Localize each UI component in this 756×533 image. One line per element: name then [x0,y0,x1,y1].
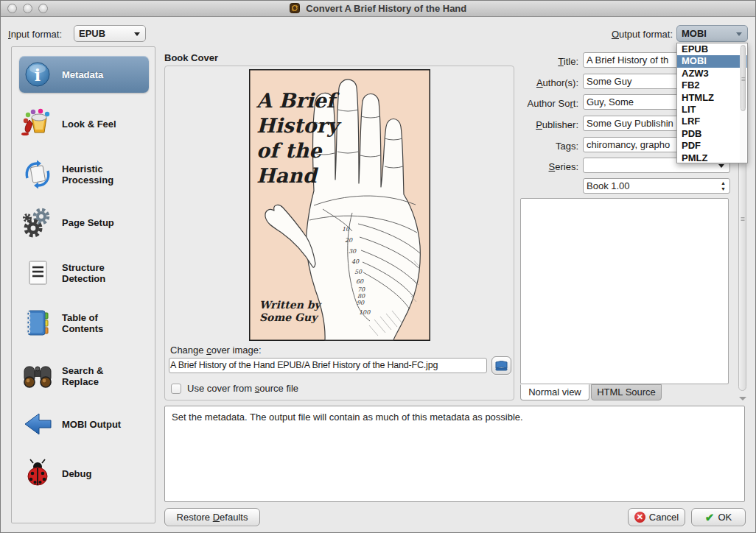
ladybug-icon [19,455,56,492]
cancel-button[interactable]: ✕ Cancel [628,508,685,526]
svg-text:50: 50 [354,269,363,275]
dropdown-option-htmlz[interactable]: HTMLZ [677,92,747,104]
browse-book-icon [495,360,508,371]
sidebar-item-page-setup[interactable]: Page Setup [19,203,149,241]
author-sort-label: Author Sort: [481,98,578,109]
output-format-dropdown: EPUB MOBI AZW3 FB2 HTMLZ LIT LRF PDB PDF… [676,43,748,163]
sidebar-item-label: MOBI Output [62,419,139,430]
window-title: Convert A Brief History of the Hand [1,3,755,15]
sidebar-item-debug[interactable]: Debug [19,453,149,493]
sidebar-item-search-replace[interactable]: Search & Replace [19,353,149,399]
sidebar-item-heuristic-processing[interactable]: Heuristic Processing [19,155,149,194]
output-format-value: MOBI [682,28,707,39]
publisher-label: Publisher: [481,119,578,130]
svg-text:i: i [35,66,41,85]
tab-normal-view[interactable]: Normal view [520,384,589,400]
convert-app-icon [290,3,300,15]
use-cover-label[interactable]: Use cover from source file [187,383,298,394]
ok-check-icon: ✔ [705,511,715,524]
gears-icon [19,204,56,241]
authors-label: Author(s): [481,77,578,88]
cover-title-line: A Brief [256,89,340,112]
svg-text:30: 30 [349,248,357,255]
spinner-arrows-icon[interactable]: ▲▼ [721,180,726,192]
chevron-down-icon [736,32,742,36]
info-icon: i [19,56,56,93]
description-box: Set the metadata. The output file will c… [164,406,745,502]
sidebar-item-label: Page Setup [62,217,139,228]
cover-path-input[interactable]: A Brief History of the Hand EPUB/A Brief… [169,358,487,373]
sidebar-item-label: Metadata [62,69,139,80]
sidebar-item-mobi-output[interactable]: MOBI Output [19,405,149,443]
dropdown-option-lit[interactable]: LIT [677,104,747,116]
book-cover-image: 10 20 30 40 50 60 70 80 90 100 A Brief H… [249,69,430,341]
chevron-down-icon [718,164,724,168]
cancel-x-icon: ✕ [634,512,645,523]
sidebar-item-metadata[interactable]: i Metadata [19,56,149,93]
input-format-label: Input format: [8,29,62,40]
rotate-page-icon [19,156,56,193]
sidebar-item-label: Structure Detection [62,262,139,284]
change-cover-label: Change cover image: [170,345,262,356]
comments-area[interactable] [520,198,729,384]
title-label: Title: [481,56,578,67]
dropdown-option-pdb[interactable]: PDB [677,128,747,140]
sidebar-item-label: Search & Replace [62,365,105,387]
ok-button[interactable]: ✔ OK [691,508,746,526]
dropdown-option-fb2[interactable]: FB2 [677,80,747,91]
title-bar[interactable]: Convert A Brief History of the Hand [1,1,755,17]
svg-text:40: 40 [351,258,360,265]
window-title-text: Convert A Brief History of the Hand [306,3,466,14]
use-cover-checkbox[interactable] [171,384,181,394]
notebook-icon [19,305,56,342]
scroll-down-arrow-icon[interactable] [739,397,746,400]
conversion-sections-sidebar: i Metadata Look & F [11,46,155,523]
svg-text:20: 20 [345,237,353,244]
browse-cover-button[interactable] [491,356,511,375]
dropdown-option-pdf[interactable]: PDF [677,140,747,152]
binoculars-icon [19,358,56,395]
dropdown-option-mobi[interactable]: MOBI [677,55,747,67]
dropdown-option-azw3[interactable]: AZW3 [677,68,747,80]
convert-dialog: Convert A Brief History of the Hand Inpu… [0,0,756,533]
paint-bucket-icon [19,105,56,142]
sidebar-item-look-and-feel[interactable]: Look & Feel [19,105,149,143]
svg-text:90: 90 [357,300,365,306]
output-format-label: Output format: [603,29,673,40]
dropdown-scrollbar-thumb[interactable] [741,45,746,111]
document-lines-icon [19,255,56,292]
input-format-select[interactable]: EPUB [74,25,146,42]
sidebar-item-label: Debug [62,468,139,479]
svg-text:70: 70 [357,286,365,293]
series-index-spinner[interactable]: Book 1.00 ▲▼ [583,178,730,194]
sidebar-item-label: Table of Contents [62,312,139,334]
dropdown-option-epub[interactable]: EPUB [677,43,747,55]
tab-html-source[interactable]: HTML Source [591,384,662,400]
svg-text:100: 100 [359,309,371,316]
sidebar-item-structure-detection[interactable]: Structure Detection [19,253,149,293]
dropdown-scrollbar[interactable] [740,44,746,163]
input-format-value: EPUB [79,28,105,39]
cover-title-line: of the [256,139,323,162]
svg-text:80: 80 [357,293,365,300]
cover-byline-line: Written by [259,299,322,311]
dropdown-option-lrf[interactable]: LRF [677,116,747,127]
cover-byline-line: Some Guy [259,311,319,324]
tags-label: Tags: [481,141,578,152]
restore-defaults-button[interactable]: Restore Defaults [164,508,260,526]
output-format-select[interactable]: MOBI [676,25,748,42]
sidebar-item-label: Heuristic Processing [62,163,139,186]
svg-text:10: 10 [342,226,350,233]
dropdown-option-pmlz[interactable]: PMLZ [677,152,747,164]
chevron-down-icon [134,32,140,36]
sidebar-item-label: Look & Feel [62,119,139,130]
book-cover-group-title: Book Cover [164,52,218,63]
series-label: Series: [481,161,578,172]
sidebar-item-table-of-contents[interactable]: Table of Contents [19,303,149,343]
left-arrow-icon [19,406,56,442]
svg-text:60: 60 [356,278,364,285]
cover-title-line: History [256,114,342,137]
cover-title-line: Hand [256,164,319,187]
